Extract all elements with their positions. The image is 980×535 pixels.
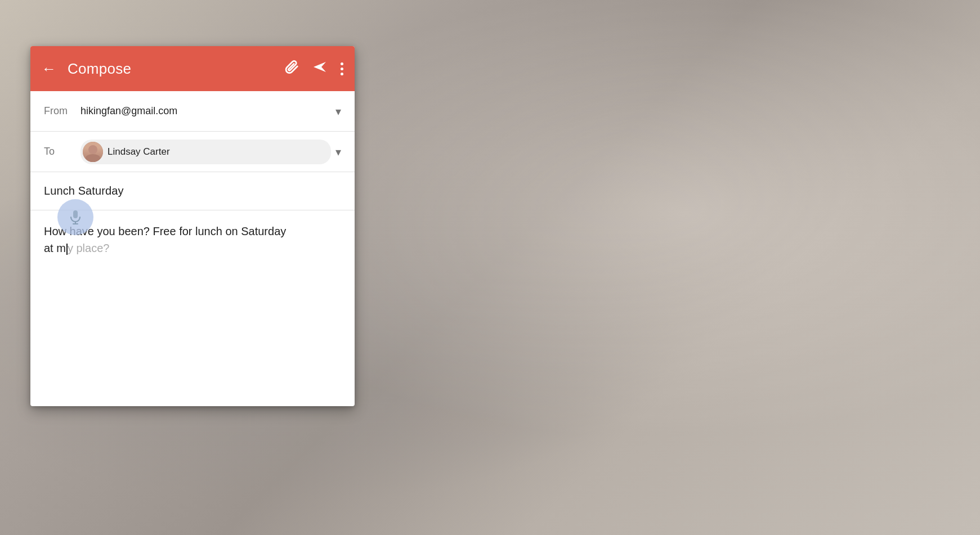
recipient-chip[interactable]: Lindsay Carter [80,140,331,164]
to-value[interactable]: Lindsay Carter [80,140,331,164]
to-dropdown-icon[interactable]: ▾ [335,145,341,159]
compose-header: ← Compose [30,46,355,91]
more-options-icon[interactable] [341,62,343,75]
voice-input-button[interactable] [57,199,93,235]
avatar [83,142,103,162]
compose-card: ← Compose From hikin [30,46,355,406]
svg-marker-0 [314,62,326,72]
autocomplete-hint: y place? [68,242,110,254]
attach-icon[interactable] [284,60,299,78]
subject-text: Lunch Saturday [44,185,124,197]
to-row: To Lindsay Carter ▾ [30,132,355,172]
from-row: From hikingfan@gmail.com ▾ [30,91,355,132]
body-area[interactable]: How have you been? Free for lunch on Sat… [30,210,355,269]
svg-rect-1 [73,210,78,218]
from-label: From [44,105,69,117]
from-value[interactable]: hikingfan@gmail.com [80,105,331,117]
send-button[interactable] [312,61,327,77]
header-actions [284,60,343,78]
compose-title: Compose [68,60,278,78]
to-label: To [44,146,69,158]
back-button[interactable]: ← [42,61,56,76]
recipient-name: Lindsay Carter [108,146,170,158]
body-line2-typed: at m [44,242,66,254]
from-dropdown-icon[interactable]: ▾ [335,105,341,118]
